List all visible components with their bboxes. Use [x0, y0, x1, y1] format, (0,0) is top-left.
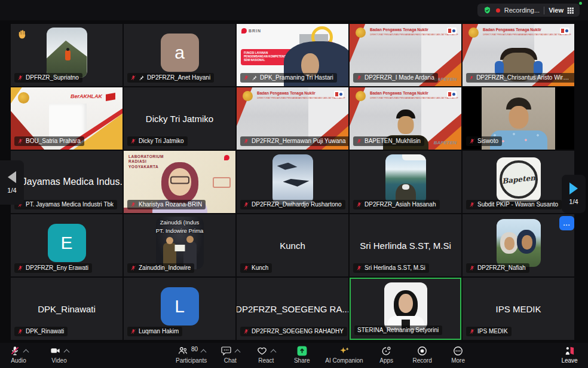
chat-icon: [220, 345, 232, 356]
participant-name: DP2FRZR_I Made Ardana: [365, 74, 434, 81]
muted-mic-icon: [243, 75, 249, 81]
participant-nameplate: STERINA_Retnaning Setyorini: [354, 326, 442, 335]
muted-mic-icon: [243, 202, 249, 208]
audio-button[interactable]: Audio: [6, 345, 31, 364]
apps-button[interactable]: Apps: [374, 345, 399, 364]
previous-page-button[interactable]: 1/4: [0, 160, 24, 205]
apps-icon: [381, 345, 392, 357]
participant-tile[interactable]: Kunch Kunch: [237, 214, 348, 276]
participant-tile[interactable]: Bapeten Subdit PKIP - Wawan Susanto: [463, 151, 574, 213]
profile-photo: Bapeten: [497, 157, 541, 202]
participants-count-badge: 80: [191, 346, 198, 352]
participant-tile[interactable]: BerAKHLAK BOU_Satria Prahara: [11, 87, 122, 150]
participant-tile[interactable]: DP2FRZR_Nafiah: [463, 214, 574, 276]
record-button[interactable]: Record: [410, 345, 435, 364]
video-button[interactable]: Video: [47, 345, 72, 364]
participant-tile[interactable]: Sri Herlinda S.ST, M.Si Sri Herlinda S.S…: [350, 214, 461, 276]
leave-button[interactable]: Leave: [557, 345, 582, 364]
participant-tile[interactable]: DPK_Rinawati DPK_Rinawati: [11, 278, 122, 340]
participant-nameplate: DP2FRZR_Dwihardjo Rushartono: [240, 200, 345, 209]
participant-tile[interactable]: Badan Pengawas Tenaga Nuklir DIREKTORAT …: [350, 24, 461, 86]
participant-nameplate: DPK_Rinawati: [14, 327, 68, 336]
heart-react-icon: [256, 345, 268, 356]
decoration: [186, 236, 194, 243]
muted-mic-icon: [356, 265, 362, 271]
participant-nameplate: DP2FRZR_Eny Erawati: [14, 263, 92, 273]
pin-icon: [252, 75, 258, 81]
participant-nameplate: Kharistya Rozana-BRIN: [127, 200, 206, 209]
page-indicator: 1/4: [569, 198, 578, 205]
participant-tile[interactable]: DP2FRZR_Asiah Hasanah: [350, 151, 461, 213]
more-button[interactable]: More: [446, 345, 471, 364]
participant-nameplate: PT. Jayamas Medica Industri Tbk: [14, 200, 117, 209]
muted-mic-icon: [130, 138, 136, 144]
decoration: [522, 235, 532, 250]
background-subtitle: DIREKTORAT PENGATURAN PENGAWASAN FASILIT…: [370, 33, 458, 36]
participant-tile-active-speaker[interactable]: STERINA_Retnaning Setyorini: [350, 278, 461, 340]
background-subtitle: DIREKTORAT PENGATURAN PENGAWASAN FASILIT…: [483, 33, 571, 36]
chat-notification-button[interactable]: ...: [559, 216, 574, 230]
participant-tile[interactable]: a DP2FRZR_Anet Hayani: [124, 24, 235, 86]
muted-mic-icon: [17, 138, 23, 144]
participant-name: Sri Herlinda S.ST, M.Si: [365, 264, 425, 271]
participant-tile[interactable]: IPS MEDIK IPS MEDIK: [463, 278, 574, 340]
participant-tile[interactable]: DP2FRZR_Dwihardjo Rushartono: [237, 151, 348, 213]
participant-tile[interactable]: BRIN FUNGSI LAYANAN PENGEMBANGAN KOMPETE…: [237, 24, 348, 86]
muted-mic-icon: [17, 75, 23, 81]
avatar-initial: a: [161, 34, 199, 72]
participant-tile[interactable]: Badan Pengawas Tenaga Nuklir DIREKTORAT …: [350, 87, 461, 150]
decoration: [402, 154, 426, 160]
chevron-up-icon[interactable]: [64, 349, 70, 355]
chevron-up-icon[interactable]: [201, 349, 207, 355]
next-page-button[interactable]: 1/4: [562, 175, 586, 213]
ai-companion-button[interactable]: AI Companion: [325, 345, 363, 364]
participant-name: DP2FRZR_Asiah Hasanah: [365, 201, 436, 208]
security-shield-icon[interactable]: [483, 6, 492, 15]
agency-logo: [447, 91, 457, 98]
participant-name: BAPETEN_Mukhlisin: [365, 138, 421, 144]
chevron-up-icon[interactable]: [23, 349, 29, 355]
participant-tile[interactable]: LABORATORIUM RADIASI YOGYAKARTA Kharisty…: [124, 151, 235, 213]
participant-tile[interactable]: DP2FRZR_SOEGENG RA... DP2FRZR_SOEGENG RA…: [237, 278, 348, 340]
participant-tile[interactable]: Siswoto: [463, 87, 574, 150]
chevron-up-icon[interactable]: [235, 349, 241, 355]
recording-dot: [496, 8, 500, 13]
share-button[interactable]: Share: [289, 345, 314, 364]
participant-name: DP2FRZR_Chrisantus Aristo Wirawan Dwi...: [476, 74, 572, 81]
view-button[interactable]: View: [549, 7, 574, 14]
background-title: Badan Pengawas Tenaga Nuklir: [370, 91, 428, 95]
participant-name: STERINA_Retnaning Setyorini: [357, 327, 439, 333]
participant-name: BOU_Satria Prahara: [26, 138, 81, 144]
participant-tile[interactable]: Badan Pengawas Tenaga Nuklir DIREKTORAT …: [237, 87, 348, 150]
recording-label[interactable]: Recording...: [504, 7, 540, 14]
agency-logo: [560, 28, 569, 34]
chat-button[interactable]: Chat: [218, 345, 243, 364]
participant-nameplate: DP2FRZR_Hermawan Puji Yuwana: [240, 136, 348, 146]
decoration: [509, 106, 528, 129]
meeting-status-pill: Recording... View: [477, 4, 580, 17]
participant-name: Zainuddin_Indowire: [139, 264, 191, 271]
participant-tile[interactable]: E DP2FRZR_Eny Erawati: [11, 214, 122, 276]
avatar-initial: E: [48, 224, 86, 262]
profile-photo: [272, 154, 313, 205]
participant-tile[interactable]: PT. Jayamas Medica Indus... PT. Jayamas …: [11, 151, 122, 213]
chevron-up-icon[interactable]: [271, 349, 277, 355]
background-title: LABORATORIUM RADIASI YOGYAKARTA: [128, 154, 164, 169]
participant-display-name: Zainuddi (Indus: [160, 219, 199, 226]
participant-tile[interactable]: DPFRZR_Supriatno: [11, 24, 122, 86]
participant-name: Luqman Hakim: [139, 328, 179, 334]
participant-tile[interactable]: Dicky Tri Jatmiko Dicky Tri Jatmiko: [124, 87, 235, 150]
react-button[interactable]: React: [253, 345, 278, 364]
glasses-decoration: [170, 176, 189, 184]
participants-button[interactable]: 80 Participants: [176, 345, 207, 364]
participant-tile[interactable]: Zainuddi (Indus PT. Indowire Prima Zainu…: [124, 214, 235, 276]
participant-name: Kunch: [252, 264, 268, 271]
background-subtitle: DIREKTORAT PENGATURAN PENGAWASAN FASILIT…: [257, 96, 345, 99]
participant-nameplate: Sri Herlinda S.ST, M.Si: [353, 263, 429, 273]
participant-nameplate: Kunch: [240, 263, 272, 273]
participant-tile[interactable]: L Luqman Hakim: [124, 278, 235, 340]
bapeten-watermark: BAPETEN: [434, 140, 457, 145]
participant-name: PT. Jayamas Medica Industri Tbk: [26, 201, 114, 208]
participant-display-name: PT. Indowire Prima: [156, 227, 204, 234]
participant-tile[interactable]: Badan Pengawas Tenaga Nuklir DIREKTORAT …: [463, 24, 574, 86]
